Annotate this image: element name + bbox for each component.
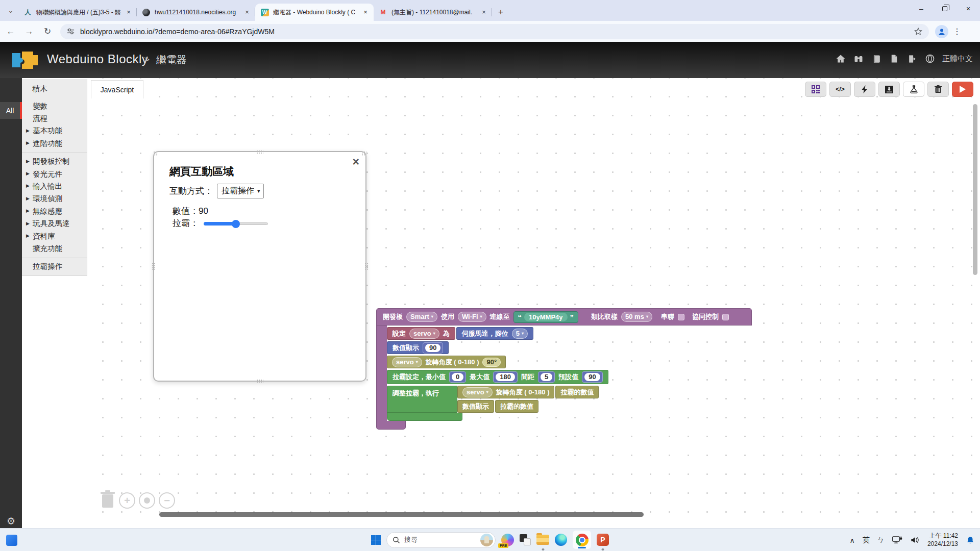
- resize-handle[interactable]: [361, 151, 366, 156]
- bookmark-star-icon[interactable]: [914, 27, 923, 36]
- number-block[interactable]: 90: [423, 342, 443, 354]
- browser-tab-neocities[interactable]: hwu1121410018.neocities.org ×: [137, 4, 255, 21]
- interaction-mode-select[interactable]: 拉霸操作 ▾: [217, 184, 264, 198]
- ime-language-indicator[interactable]: 英: [863, 536, 870, 545]
- toolbox-item-toys-motors[interactable]: ▶玩具及馬達: [22, 218, 87, 230]
- block-servo-angle-inner[interactable]: servo▾ 旋轉角度 ( 0-180 ): [457, 386, 554, 398]
- window-close-button[interactable]: ×: [957, 0, 980, 17]
- horizontal-scrollbar[interactable]: [159, 512, 644, 517]
- serial-checkbox[interactable]: [678, 314, 684, 320]
- browser-tab-webduino-active[interactable]: W 繼電器 - Webduino Blockly ( C ×: [255, 4, 374, 21]
- slider-thumb[interactable]: [232, 220, 240, 228]
- block-slider-adjust[interactable]: 調整拉霸，執行: [387, 386, 457, 413]
- speaker-icon[interactable]: [910, 536, 920, 544]
- connection-type-dropdown[interactable]: Wi-Fi▾: [458, 312, 486, 322]
- qrcode-button[interactable]: [805, 82, 826, 97]
- window-minimize-button[interactable]: –: [910, 0, 933, 17]
- tab-close-icon[interactable]: ×: [243, 8, 251, 16]
- site-settings-icon[interactable]: [66, 27, 75, 36]
- zoom-in-button[interactable]: +: [119, 492, 135, 509]
- notification-bell-icon[interactable]: [966, 536, 975, 545]
- block-slider-value[interactable]: 拉霸的數值: [555, 386, 599, 398]
- device-id-field[interactable]: 10yMMP4y: [524, 313, 567, 321]
- show-code-button[interactable]: </>: [829, 82, 851, 97]
- servo-dropdown[interactable]: servo▾: [462, 387, 493, 397]
- file-explorer-button[interactable]: [536, 529, 549, 551]
- toolbox-item-light[interactable]: ▶發光元件: [22, 168, 87, 180]
- document-icon[interactable]: [889, 53, 900, 64]
- deploy-button[interactable]: [854, 82, 875, 97]
- network-icon[interactable]: [892, 536, 902, 544]
- toolbox-item-slider-ops[interactable]: 拉霸操作: [22, 261, 87, 273]
- test-flask-button[interactable]: [903, 82, 924, 97]
- reload-button[interactable]: ↻: [40, 24, 55, 39]
- task-view-button[interactable]: [520, 529, 531, 551]
- clear-trash-button[interactable]: [927, 82, 949, 97]
- block-slider-setup[interactable]: 拉霸設定，最小值 0 最大值 180 間距 5 預設值 90: [387, 370, 608, 384]
- tab-close-icon[interactable]: ×: [361, 8, 370, 16]
- start-button[interactable]: [371, 529, 381, 551]
- max-number-block[interactable]: 180: [493, 371, 518, 383]
- browser-menu-icon[interactable]: ⋮: [951, 27, 963, 36]
- chrome-button-active[interactable]: [573, 529, 591, 551]
- settings-gear-icon[interactable]: ⚙: [0, 515, 22, 527]
- language-globe-icon[interactable]: [924, 53, 936, 64]
- default-number-block[interactable]: 90: [582, 371, 602, 383]
- dialog-close-icon[interactable]: ×: [353, 156, 359, 168]
- exit-door-icon[interactable]: [906, 53, 918, 64]
- resize-handle[interactable]: [152, 263, 155, 270]
- powerpoint-button[interactable]: P: [597, 529, 609, 551]
- tray-chevron-icon[interactable]: ∧: [850, 536, 855, 544]
- forward-button[interactable]: →: [21, 24, 37, 39]
- angle-field[interactable]: 90°: [482, 358, 501, 367]
- block-slider-value[interactable]: 拉霸的數值: [495, 400, 538, 413]
- language-label[interactable]: 正體中文: [942, 54, 973, 64]
- block-servo-angle[interactable]: servo▾ 旋轉角度 ( 0-180 ) 90°: [387, 356, 506, 368]
- workspace-trash-icon[interactable]: [100, 489, 115, 509]
- pin-dropdown[interactable]: 5▾: [512, 329, 528, 339]
- block-board-setup[interactable]: 開發板 Smart▾ 使用 Wi-Fi▾ 連線至 “ 10yMMP4y ” 類比…: [376, 308, 752, 325]
- url-text[interactable]: blocklypro.webduino.io/?demo=demo-area-0…: [80, 28, 914, 36]
- servo-dropdown[interactable]: servo▾: [392, 357, 422, 367]
- tab-close-icon[interactable]: ×: [480, 8, 488, 16]
- ime-mode-indicator[interactable]: ㄅ: [877, 536, 885, 545]
- home-icon[interactable]: [835, 53, 846, 64]
- toolbox-item-advanced[interactable]: ▶進階功能: [22, 137, 87, 149]
- block-show-value-inner[interactable]: 數值顯示: [457, 400, 494, 413]
- copilot-button[interactable]: PRE: [501, 529, 514, 551]
- address-bar[interactable]: blocklypro.webduino.io/?demo=demo-area-0…: [60, 24, 929, 39]
- run-button[interactable]: [952, 82, 973, 97]
- clock[interactable]: 上午 11:42 2024/12/13: [927, 532, 958, 548]
- variable-dropdown[interactable]: servo▾: [409, 329, 439, 339]
- sample-rate-dropdown[interactable]: 50 ms▾: [621, 312, 652, 322]
- toolbox-item-wireless[interactable]: ▶無線感應: [22, 205, 87, 217]
- tutorial-binoculars-icon[interactable]: [853, 53, 864, 64]
- tab-search-icon[interactable]: ⌄: [4, 5, 17, 16]
- browser-tab-iot-course[interactable]: 人 物聯網概論與應用 / (五)3-5 - 醫 ×: [18, 4, 137, 21]
- tab-close-icon[interactable]: ×: [125, 8, 133, 16]
- vertical-scrollbar[interactable]: [973, 104, 977, 275]
- bing-daily-image[interactable]: [480, 534, 493, 546]
- toolbox-item-board-control[interactable]: ▶開發板控制: [22, 156, 87, 168]
- toolbox-item-flow[interactable]: 流程: [22, 112, 87, 124]
- browser-tab-gmail[interactable]: M (無主旨) - 1121410018@mail. ×: [374, 4, 492, 21]
- toolbox-item-env-sensing[interactable]: ▶環境偵測: [22, 193, 87, 205]
- device-id-string-block[interactable]: “ 10yMMP4y ”: [513, 311, 578, 323]
- resize-handle[interactable]: [153, 151, 158, 156]
- co-control-checkbox[interactable]: [722, 314, 729, 320]
- resize-handle[interactable]: [256, 379, 263, 383]
- toolbox-item-extensions[interactable]: 擴充功能: [22, 242, 87, 255]
- widgets-icon[interactable]: [6, 535, 17, 546]
- zoom-reset-button[interactable]: [139, 492, 155, 509]
- toolbox-item-io[interactable]: ▶輸入輸出: [22, 180, 87, 192]
- board-type-dropdown[interactable]: Smart▾: [406, 312, 437, 322]
- new-tab-button[interactable]: +: [494, 6, 507, 19]
- toolbox-item-basic[interactable]: ▶基本功能: [22, 125, 87, 137]
- step-number-block[interactable]: 5: [538, 371, 555, 383]
- save-button[interactable]: [878, 82, 900, 97]
- webduino-logo-icon[interactable]: [9, 49, 41, 71]
- min-number-block[interactable]: 0: [449, 371, 466, 383]
- zoom-out-button[interactable]: −: [159, 492, 175, 509]
- taskbar-search[interactable]: 搜尋: [386, 532, 496, 548]
- value-slider[interactable]: [204, 219, 268, 228]
